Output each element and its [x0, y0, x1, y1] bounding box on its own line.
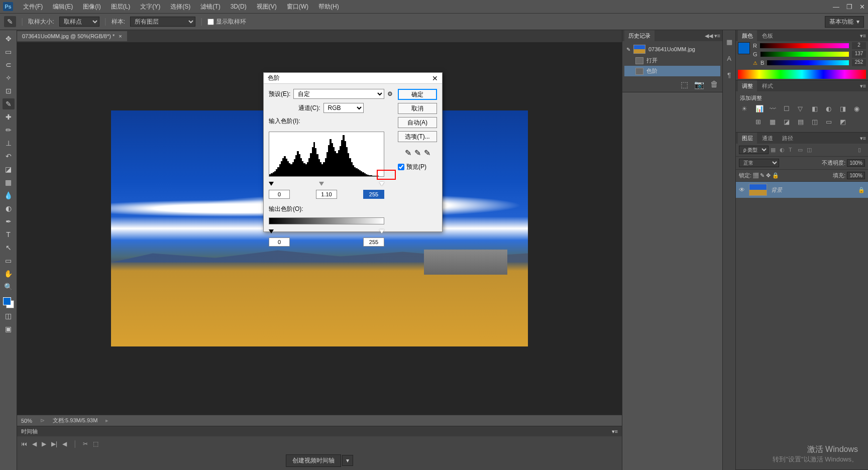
screen-mode-tool[interactable]: ▣ — [3, 323, 15, 334]
red-slider[interactable] — [760, 43, 849, 48]
create-timeline-button[interactable]: 创建视频时间轴 — [286, 454, 341, 467]
history-snapshot[interactable]: ✎ 073641Uo0MM.jpg — [624, 43, 720, 55]
doc-tab[interactable]: 073641Uo0MM.jpg @ 50%(RGB/8*) * × — [17, 31, 127, 41]
menu-filter[interactable]: 滤镜(T) — [195, 3, 225, 11]
doc-tab-close[interactable]: × — [119, 33, 122, 39]
filter-toggle-icon[interactable]: ▯ — [858, 147, 865, 154]
next-frame-button[interactable]: ▶| — [51, 440, 57, 447]
type-tool[interactable]: T — [3, 229, 15, 240]
curves-icon[interactable]: 〰 — [770, 105, 779, 113]
filter-shape-icon[interactable]: ▭ — [798, 147, 805, 154]
menu-file[interactable]: 文件(F) — [18, 3, 48, 11]
healing-brush-tool[interactable]: ✚ — [3, 111, 15, 123]
show-ring-input[interactable] — [207, 19, 214, 25]
character-dock-icon[interactable]: A — [727, 55, 731, 62]
preview-checkbox-input[interactable] — [398, 164, 404, 170]
paths-tab[interactable]: 路径 — [778, 133, 797, 144]
ok-button[interactable]: 确定 — [398, 89, 437, 100]
black-dropper-icon[interactable]: ✎ — [405, 148, 411, 158]
threshold-icon[interactable]: ◫ — [812, 118, 821, 126]
exposure-icon[interactable]: ☐ — [784, 105, 793, 113]
paragraph-dock-icon[interactable]: ¶ — [727, 71, 731, 79]
show-ring-checkbox[interactable]: 显示取样环 — [207, 18, 246, 26]
lock-paint-icon[interactable]: ✎ — [760, 172, 765, 178]
sample-select[interactable]: 所有图层 — [130, 17, 195, 27]
highlight-slider[interactable] — [379, 182, 384, 186]
quick-mask-tool[interactable]: ◫ — [3, 310, 15, 321]
output-shadow-slider[interactable] — [269, 229, 274, 233]
new-doc-icon[interactable]: ⬚ — [681, 80, 688, 89]
hue-sat-icon[interactable]: ◧ — [812, 105, 821, 113]
history-tab[interactable]: 历史记录 — [624, 30, 655, 42]
shape-tool[interactable]: ▭ — [3, 255, 15, 266]
lock-all-icon[interactable]: 🔒 — [772, 172, 779, 178]
color-swatch[interactable] — [3, 297, 14, 308]
zoom-level[interactable]: 50% — [21, 418, 32, 424]
move-tool[interactable]: ✥ — [3, 33, 15, 44]
options-button[interactable]: 选项(T)... — [398, 131, 437, 142]
eraser-tool[interactable]: ◪ — [3, 164, 15, 175]
hand-tool[interactable]: ✋ — [3, 268, 15, 279]
photo-filter-icon[interactable]: ◉ — [854, 105, 863, 113]
color-balance-icon[interactable]: ◐ — [826, 105, 835, 113]
adjustments-tab[interactable]: 调整 — [738, 80, 757, 92]
camera-icon[interactable]: 📷 — [694, 80, 704, 89]
lock-transparency-icon[interactable]: ▦ — [753, 172, 758, 178]
goto-first-button[interactable]: ⏮ — [21, 440, 27, 447]
shadow-slider[interactable] — [269, 182, 274, 186]
layers-tab[interactable]: 图层 — [738, 133, 757, 144]
swatches-tab[interactable]: 色板 — [758, 30, 777, 42]
close-button[interactable]: ✕ — [859, 3, 865, 11]
color-lookup-icon[interactable]: ▦ — [770, 118, 779, 126]
color-preview[interactable] — [738, 42, 750, 54]
green-slider[interactable] — [761, 52, 849, 57]
g-value[interactable]: 137 — [852, 51, 866, 58]
zoom-tool[interactable]: 🔍 — [3, 281, 15, 292]
gradient-tool[interactable]: ▦ — [3, 177, 15, 188]
panel-menu-icon[interactable]: ▾≡ — [860, 135, 866, 142]
dialog-close-button[interactable]: ✕ — [432, 74, 438, 82]
levels-adj-icon[interactable]: 📊 — [755, 105, 765, 113]
cancel-button[interactable]: 取消 — [398, 103, 437, 114]
gradient-map-icon[interactable]: ▭ — [826, 118, 835, 126]
dodge-tool[interactable]: ◐ — [3, 203, 15, 214]
r-value[interactable]: 2 — [852, 42, 866, 49]
channel-mixer-icon[interactable]: ⊞ — [755, 118, 765, 126]
menu-help[interactable]: 帮助(H) — [313, 3, 344, 11]
selective-color-icon[interactable]: ◩ — [840, 118, 849, 126]
visibility-icon[interactable]: 👁 — [739, 186, 745, 193]
menu-image[interactable]: 图像(I) — [78, 3, 105, 11]
posterize-icon[interactable]: ▤ — [798, 118, 807, 126]
white-dropper-icon[interactable]: ✎ — [424, 148, 430, 158]
lock-position-icon[interactable]: ✥ — [766, 172, 771, 178]
timeline-dropdown-button[interactable]: ▾ — [342, 455, 353, 466]
menu-layer[interactable]: 图层(L) — [106, 3, 136, 11]
panel-collapse-icon[interactable]: ◀◀ ▾≡ — [705, 33, 720, 39]
history-brush-tool[interactable]: ↶ — [3, 151, 15, 162]
layer-filter-select[interactable]: ρ 类型 — [739, 146, 769, 154]
minimize-button[interactable]: — — [833, 3, 839, 11]
menu-window[interactable]: 窗口(W) — [282, 3, 313, 11]
eyedropper-tool[interactable]: ✎ — [3, 98, 15, 109]
shadow-input[interactable] — [269, 190, 290, 199]
highlight-input[interactable] — [363, 190, 384, 199]
crop-tool[interactable]: ⊡ — [3, 85, 15, 96]
marquee-tool[interactable]: ▭ — [3, 46, 15, 57]
transition-icon[interactable]: ⬚ — [93, 440, 98, 447]
layer-background[interactable]: 👁 背景 🔒 — [736, 182, 868, 198]
panel-menu-icon[interactable]: ▾≡ — [612, 428, 618, 435]
brush-tool[interactable]: ✏ — [3, 125, 15, 136]
color-ramp[interactable] — [738, 70, 866, 79]
output-highlight-input[interactable] — [363, 238, 384, 247]
preset-select[interactable]: 自定 — [293, 89, 384, 99]
channels-tab[interactable]: 通道 — [758, 133, 777, 144]
timeline-tab[interactable]: 时间轴 — [21, 428, 38, 435]
history-step-open[interactable]: 打开 — [624, 55, 720, 66]
filter-type-icon[interactable]: T — [789, 147, 796, 154]
menu-type[interactable]: 文字(Y) — [135, 3, 165, 11]
eyedropper-tool-icon[interactable]: ✎ — [4, 16, 16, 27]
prev-frame-button[interactable]: ◀ — [32, 440, 37, 447]
lasso-tool[interactable]: ⊂ — [3, 59, 15, 70]
chevron-icon[interactable]: ▸ — [105, 417, 108, 424]
opacity-value[interactable]: 100% — [847, 159, 865, 167]
